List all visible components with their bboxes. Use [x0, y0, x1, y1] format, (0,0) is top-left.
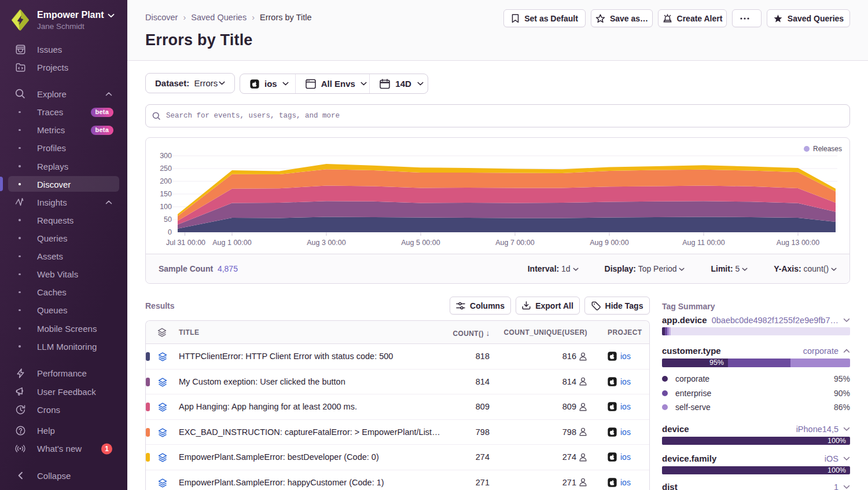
svg-text:Aug 7 00:00: Aug 7 00:00: [495, 239, 534, 247]
svg-text:Aug 3 00:00: Aug 3 00:00: [307, 239, 345, 247]
svg-text:150: 150: [160, 190, 172, 198]
svg-text:Aug 5 00:00: Aug 5 00:00: [401, 239, 440, 247]
svg-text:Aug 1 00:00: Aug 1 00:00: [212, 239, 251, 247]
svg-text:Jul 31 00:00: Jul 31 00:00: [166, 239, 205, 247]
svg-text:50: 50: [164, 215, 172, 224]
svg-text:Aug 9 00:00: Aug 9 00:00: [590, 239, 628, 247]
svg-text:Aug 11 00:00: Aug 11 00:00: [682, 239, 724, 247]
svg-text:100: 100: [160, 203, 172, 211]
svg-text:Aug 13 00:00: Aug 13 00:00: [777, 239, 819, 247]
svg-text:250: 250: [160, 164, 172, 173]
svg-text:200: 200: [160, 177, 172, 185]
svg-text:0: 0: [168, 228, 172, 236]
svg-text:300: 300: [160, 152, 172, 160]
